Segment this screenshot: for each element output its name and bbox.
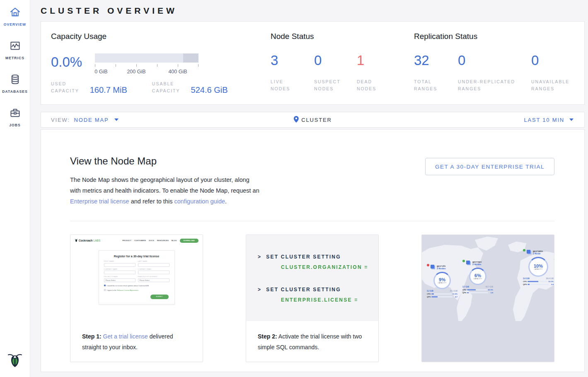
suspect-nodes-stat: 0 SUSPECTNODES	[314, 53, 357, 92]
suspect-nodes-value: 0	[314, 53, 357, 68]
metrics-icon	[10, 40, 21, 53]
mini-cockroach-logo: CockroachLABS	[75, 238, 100, 243]
view-label: VIEW:	[51, 117, 70, 123]
capacity-gauge: 0 GiB 200 GiB 400 GiB	[95, 53, 198, 75]
database-icon	[10, 74, 21, 87]
node-cube-icon	[431, 265, 434, 268]
capacity-gauge-ticks	[95, 64, 198, 68]
sidebar-item-label: DATABASES	[2, 89, 28, 94]
node-map-region-ams: geo=ams 1 Node 10% CAPACITY 3.6 GiB36.6 …	[523, 250, 554, 285]
usable-capacity-value: 524.6 GiB	[191, 85, 228, 95]
capacity-donut: 9% CAPACITY	[433, 272, 451, 289]
sidebar-item-label: OVERVIEW	[4, 22, 26, 27]
under-replicated-ranges-stat: 0 UNDER-REPLICATEDRANGES	[458, 53, 531, 92]
sidebar-item-label: METRICS	[5, 56, 24, 60]
cluster-breadcrumb-label: CLUSTER	[301, 117, 332, 123]
node-status-section: Node Status 3 LIVENODES 0 SUSPECTNODES 1…	[271, 32, 414, 104]
node-map-region-nyc: geo=nyc 2 Nodes 6% CAPACITY 3.7 GiB43.7 …	[462, 261, 493, 294]
capacity-donut: 10% CAPACITY	[528, 257, 548, 277]
sidebar-item-overview[interactable]: OVERVIEW	[0, 7, 30, 27]
replication-status-title: Replication Status	[414, 32, 573, 41]
enterprise-trial-license-link[interactable]: Enterprise trial license	[70, 198, 129, 205]
gauge-tick-label-400: 400 GiB	[168, 69, 187, 75]
view-bar: VIEW: NODE MAP CLUSTER LAST 10 MIN	[41, 112, 585, 128]
capacity-usage-title: Capacity Usage	[51, 32, 271, 41]
capacity-gauge-reserved-segment	[183, 53, 199, 63]
cluster-summary-card: Capacity Usage 0.0% 0 GiB 200 GiB 400 Gi…	[41, 21, 585, 105]
capacity-usage-section: Capacity Usage 0.0% 0 GiB 200 GiB 400 Gi…	[51, 32, 271, 104]
sidebar-item-jobs[interactable]: JOBS	[0, 107, 30, 127]
under-replicated-ranges-value: 0	[458, 53, 531, 68]
mini-download-button: DOWNLOAD	[180, 239, 198, 243]
total-ranges-stat: 32 TOTALRANGES	[414, 53, 458, 92]
view-value: NODE MAP	[74, 117, 109, 123]
unavailable-ranges-stat: 0 UNAVAILABLERANGES	[531, 53, 569, 92]
dead-nodes-value: 1	[357, 53, 376, 68]
sidebar: OVERVIEW METRICS DATABASES JOBS	[0, 0, 30, 377]
node-map-panel: View the Node Map The Node Map shows the…	[41, 129, 585, 372]
unavailable-ranges-value: 0	[531, 53, 569, 68]
page-title: CLUSTER OVERVIEW	[41, 6, 585, 16]
mini-site-nav: PRODUCT CUSTOMERS DOCS RESOURCES BLOG DO…	[122, 239, 198, 243]
live-nodes-value: 3	[271, 53, 314, 68]
sidebar-item-databases[interactable]: DATABASES	[0, 74, 30, 94]
node-cube-icon	[466, 261, 470, 264]
time-range-value: LAST 10 MIN	[524, 117, 564, 123]
gauge-tick-label-0: 0 GiB	[94, 69, 107, 75]
chevron-down-icon	[569, 118, 573, 121]
get-trial-license-link[interactable]: Get a trial license	[103, 333, 148, 340]
node-map-thumbnail: geo=sfo 2 Nodes 9% CAPACITY 3.2 GiB35.1 …	[422, 235, 554, 362]
cluster-breadcrumb: CLUSTER	[293, 116, 332, 124]
usable-capacity-label: USABLE CAPACITY	[152, 80, 180, 94]
step-1-caption: Step 1: Get a trial license delivered st…	[70, 321, 203, 353]
node-map-description: The Node Map shows the geographical layo…	[70, 174, 261, 207]
node-map-region-sfo: geo=sfo 2 Nodes 9% CAPACITY 3.2 GiB35.1 …	[427, 265, 457, 298]
step-2-card: > SET CLUSTER SETTING CLUSTER.ORGANIZATI…	[246, 234, 379, 362]
divider	[70, 221, 554, 221]
healthy-badge-icon	[462, 260, 465, 262]
live-nodes-stat: 3 LIVENODES	[271, 53, 314, 92]
mini-register-form: Register for a 30-day trial license FIRS…	[99, 250, 175, 304]
sql-commands-thumbnail: > SET CLUSTER SETTING CLUSTER.ORGANIZATI…	[246, 235, 378, 321]
used-capacity-label: USED CAPACITY	[51, 80, 79, 94]
replication-status-section: Replication Status 32 TOTALRANGES 0 UNDE…	[414, 32, 573, 104]
step-3-caption: Step 3: Refer this configuration guide t…	[422, 362, 554, 362]
description-text: The Node Map shows the geographical layo…	[70, 176, 259, 194]
node-map-heading: View the Node Map	[70, 155, 261, 167]
sidebar-item-metrics[interactable]: METRICS	[0, 40, 30, 60]
map-pin-icon	[293, 116, 298, 124]
home-icon	[10, 7, 21, 19]
step-3-card: geo=sfo 2 Nodes 9% CAPACITY 3.2 GiB35.1 …	[421, 234, 554, 362]
cockroachdb-logo-icon	[7, 350, 22, 372]
step-2-caption: Step 2: Activate the trial license with …	[246, 321, 378, 353]
description-text: and refer to this	[129, 198, 174, 205]
capacity-gauge-bar	[95, 53, 198, 63]
node-map-intro: View the Node Map The Node Map shows the…	[70, 155, 261, 207]
node-cube-icon	[527, 250, 530, 254]
capacity-donut: 6% CAPACITY	[469, 268, 486, 285]
view-selector[interactable]: VIEW: NODE MAP	[51, 117, 119, 123]
chevron-down-icon	[114, 118, 119, 121]
capacity-used-percent: 0.0%	[51, 54, 95, 70]
dead-nodes-stat: 1 DEADNODES	[357, 53, 376, 92]
time-range-selector[interactable]: LAST 10 MIN	[524, 117, 573, 123]
sidebar-item-label: JOBS	[9, 123, 21, 127]
description-text: .	[225, 198, 227, 205]
trial-license-site-thumbnail: CockroachLABS PRODUCT CUSTOMERS DOCS RES…	[70, 235, 203, 321]
briefcase-icon	[10, 107, 21, 120]
used-capacity-value: 160.7 MiB	[90, 85, 127, 95]
warning-badge-icon	[427, 264, 429, 266]
main-content: CLUSTER OVERVIEW Capacity Usage 0.0% 0 G…	[30, 0, 588, 377]
configuration-guide-link[interactable]: configuration guide	[174, 198, 225, 205]
gauge-tick-label-200: 200 GiB	[127, 69, 145, 75]
total-ranges-value: 32	[414, 53, 458, 68]
healthy-badge-icon	[523, 249, 525, 251]
step-1-card: CockroachLABS PRODUCT CUSTOMERS DOCS RES…	[70, 234, 203, 362]
node-status-title: Node Status	[271, 32, 414, 41]
enterprise-trial-button[interactable]: GET A 30-DAY ENTERPRISE TRIAL	[425, 158, 554, 175]
app-root: OVERVIEW METRICS DATABASES JOBS	[0, 0, 588, 377]
